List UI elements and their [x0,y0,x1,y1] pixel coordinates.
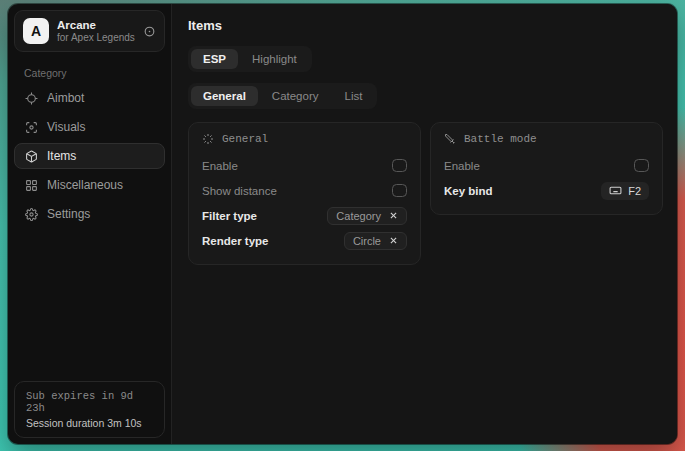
target-icon[interactable] [143,25,156,38]
setting-row-filter-type: Filter type Category [202,203,407,228]
card-title: General [222,133,268,145]
page-title: Items [188,18,663,33]
sidebar-item-label: Settings [47,207,90,221]
sidebar-item-miscellaneous[interactable]: Miscellaneous [14,172,165,198]
close-icon[interactable] [389,236,398,245]
logo-letter: A [31,23,41,39]
setting-row-render-type: Render type Circle [202,228,407,253]
setting-row-enable: Enable [202,153,407,178]
view-tab-group: General Category List [188,83,377,109]
brand-card: A Arcane for Apex Legends [14,10,165,52]
sub-expiry-text: Sub expires in 9d 23h [26,390,153,414]
battle-enable-checkbox[interactable] [634,159,649,172]
eye-scan-icon [25,121,38,134]
sidebar-item-aimbot[interactable]: Aimbot [14,85,165,111]
tab-highlight[interactable]: Highlight [240,49,309,69]
card-title: Battle mode [464,133,537,145]
setting-row-show-distance: Show distance [202,178,407,203]
sword-icon [444,133,456,145]
category-section-label: Category [24,67,165,79]
app-window: A Arcane for Apex Legends Category A [8,4,677,444]
key-bind-value: F2 [628,185,641,197]
sidebar-item-label: Aimbot [47,91,84,105]
grid-icon [25,179,38,192]
tab-category[interactable]: Category [260,86,331,106]
filter-type-select[interactable]: Category [327,207,407,225]
app-logo: A [23,18,49,44]
close-icon[interactable] [389,211,398,220]
sidebar-item-label: Visuals [47,120,85,134]
key-bind-button[interactable]: F2 [601,182,649,200]
sidebar-item-visuals[interactable]: Visuals [14,114,165,140]
enable-checkbox[interactable] [392,159,407,172]
session-duration-text: Session duration 3m 10s [26,417,153,429]
sparkle-icon [202,133,214,145]
box-icon [25,150,38,163]
sidebar-item-label: Miscellaneous [47,178,123,192]
mode-tab-group: ESP Highlight [188,46,312,72]
setting-row-enable: Enable [444,153,649,178]
app-subtitle: for Apex Legends [57,32,135,43]
general-card: General Enable Show distance Filter type… [188,122,421,265]
tab-esp[interactable]: ESP [191,49,238,69]
battle-mode-card: Battle mode Enable Key bind F2 [430,122,663,215]
keyboard-icon [609,184,622,197]
sidebar-item-settings[interactable]: Settings [14,201,165,227]
sidebar-nav: Aimbot Visuals Items [14,85,165,227]
sidebar-item-items[interactable]: Items [14,143,165,169]
sidebar: A Arcane for Apex Legends Category A [8,4,171,444]
app-name: Arcane [57,19,135,31]
render-type-select[interactable]: Circle [344,232,407,250]
subscription-info-box: Sub expires in 9d 23h Session duration 3… [14,381,165,438]
sidebar-item-label: Items [47,149,76,163]
tab-general[interactable]: General [191,86,258,106]
crosshair-icon [25,92,38,105]
main-panel: Items ESP Highlight General Category Lis… [171,4,677,444]
setting-row-key-bind: Key bind F2 [444,178,649,203]
tab-list[interactable]: List [333,86,375,106]
gear-icon [25,208,38,221]
show-distance-checkbox[interactable] [392,184,407,197]
